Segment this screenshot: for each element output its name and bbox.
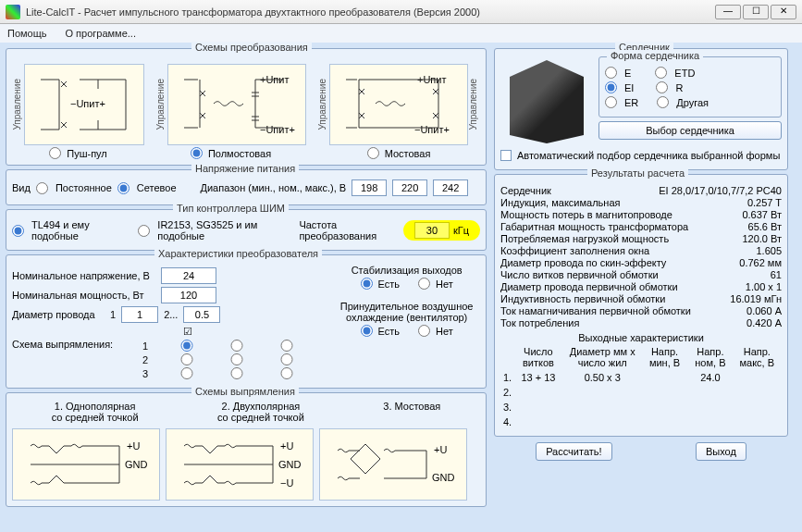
- chk-hdr: ☑: [167, 326, 209, 338]
- rect-diagram-1: +UGND: [12, 428, 160, 501]
- radio-core-r[interactable]: [656, 81, 668, 93]
- menu-help[interactable]: Помощь: [7, 28, 47, 39]
- rect-2-1[interactable]: [167, 353, 207, 365]
- svg-text:+U: +U: [127, 440, 140, 452]
- calculate-button[interactable]: Рассчитать!: [536, 442, 611, 461]
- svg-text:GND: GND: [125, 459, 148, 470]
- supply-title: Напряжение питания: [191, 163, 299, 174]
- maximize-button[interactable]: ☐: [743, 5, 769, 19]
- rect-3-2[interactable]: [216, 367, 257, 379]
- radio-core-er[interactable]: [605, 96, 617, 108]
- radio-dc[interactable]: [36, 182, 48, 194]
- d2-input[interactable]: [183, 306, 220, 323]
- mgmt-label-3: Управление: [317, 79, 327, 130]
- rect-2-2[interactable]: [216, 353, 257, 365]
- d1-input[interactable]: [121, 306, 158, 323]
- freq-label: Частота преобразования: [299, 219, 398, 241]
- svg-text:+U: +U: [434, 444, 447, 455]
- radio-halfbridge[interactable]: [191, 147, 203, 159]
- radio-fan-yes[interactable]: [361, 325, 373, 337]
- exit-button[interactable]: Выход: [696, 442, 746, 461]
- rect-3-1[interactable]: [167, 367, 207, 379]
- svg-text:−Uпит+: −Uпит+: [260, 124, 295, 135]
- range-label: Диапазон (мин., ном., макс.), В: [201, 182, 347, 193]
- radio-stab-no[interactable]: [418, 278, 430, 290]
- vnom-out-input[interactable]: [161, 267, 216, 284]
- menu-about[interactable]: О программе...: [66, 28, 136, 39]
- mgmt-label-4: Управление: [468, 79, 478, 130]
- radio-stab-yes[interactable]: [361, 278, 373, 290]
- choose-core-button[interactable]: Выбор сердечника: [598, 121, 782, 140]
- svg-text:−U: −U: [280, 477, 293, 489]
- rect-diagram-2: +UGND−U: [166, 428, 314, 501]
- freq-input[interactable]: [414, 222, 450, 239]
- params-title: Характеристики преобразователя: [154, 248, 322, 259]
- radio-bridge[interactable]: [367, 147, 379, 159]
- svg-text:−Uпит+: −Uпит+: [70, 98, 105, 109]
- pnom-input[interactable]: [161, 287, 216, 303]
- rect-diagram-3: +UGND: [319, 428, 467, 501]
- results-title: Результаты расчета: [587, 167, 688, 179]
- rect-1-1[interactable]: [167, 340, 207, 352]
- scheme-halfbridge-diagram: +Uпит−Uпит+: [167, 64, 306, 145]
- freq-highlight: кГц: [403, 220, 480, 241]
- radio-pushpull[interactable]: [49, 147, 61, 159]
- radio-fan-no[interactable]: [418, 325, 430, 337]
- svg-text:GND: GND: [432, 472, 455, 483]
- svg-text:−Uпит+: −Uпит+: [414, 124, 450, 135]
- app-icon: [6, 5, 20, 19]
- scheme-pushpull-diagram: −Uпит+: [24, 64, 144, 145]
- supply-kind-label: Вид: [12, 182, 31, 193]
- core-image: [500, 60, 593, 143]
- radio-core-e[interactable]: [605, 67, 617, 79]
- rect-1-2[interactable]: [216, 340, 257, 352]
- svg-text:+U: +U: [280, 440, 293, 452]
- radio-core-ei[interactable]: [605, 81, 617, 93]
- mgmt-label-2: Управление: [155, 79, 166, 130]
- pwm-title: Тип контроллера ШИМ: [173, 203, 289, 214]
- rect-3-3[interactable]: [266, 367, 307, 379]
- minimize-button[interactable]: —: [715, 5, 741, 19]
- window-title: Lite-CalcIT - Расчет импульсного трансфо…: [26, 6, 715, 18]
- vnom-input[interactable]: [392, 179, 427, 196]
- scheme-bridge-diagram: +Uпит−Uпит+: [329, 64, 468, 145]
- radio-core-other[interactable]: [657, 96, 669, 108]
- auto-core-checkbox[interactable]: [500, 150, 512, 161]
- rect-title: Схемы выпрямления: [191, 386, 299, 397]
- vmin-input[interactable]: [352, 179, 387, 196]
- rect-1-3[interactable]: [266, 340, 307, 352]
- conversion-schemes-title: Схемы преобразования: [191, 42, 312, 53]
- close-button[interactable]: ✕: [771, 5, 796, 19]
- mgmt-label-1: Управление: [12, 79, 22, 130]
- radio-tl494[interactable]: [12, 225, 24, 237]
- vmax-input[interactable]: [433, 179, 468, 196]
- rect-2-3[interactable]: [266, 353, 307, 365]
- radio-ir2153[interactable]: [138, 225, 150, 237]
- svg-text:GND: GND: [278, 459, 302, 470]
- radio-core-etd[interactable]: [655, 67, 667, 79]
- radio-mains[interactable]: [117, 182, 130, 194]
